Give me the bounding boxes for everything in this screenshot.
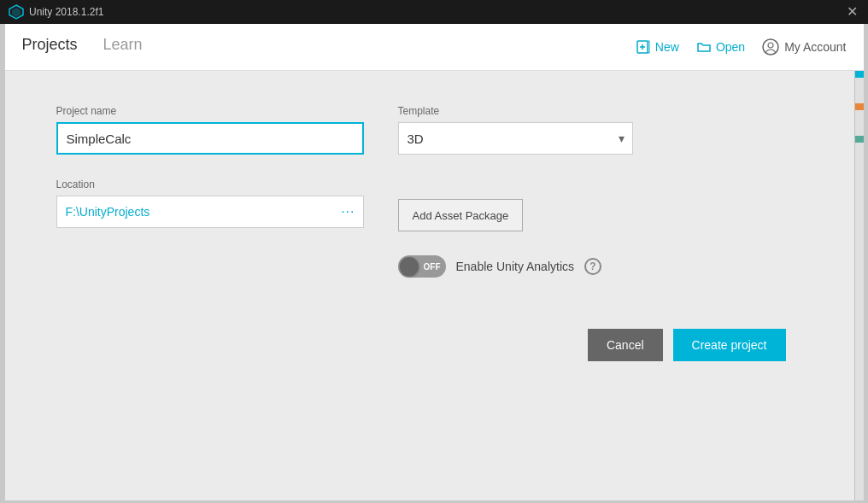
template-select[interactable]: 3D 2D 3D With Extras High-Definition RP … xyxy=(398,122,633,155)
nav-tabs: Projects Learn xyxy=(22,24,143,70)
location-label: Location xyxy=(56,178,364,190)
new-label: New xyxy=(655,40,679,54)
unity-logo-icon xyxy=(9,4,24,20)
toggle-knob xyxy=(400,257,419,276)
panel-strip-gap1 xyxy=(855,78,864,103)
browse-dots-button[interactable]: ··· xyxy=(341,204,355,219)
project-name-input[interactable] xyxy=(56,122,364,155)
location-input-wrapper: ··· xyxy=(56,196,364,228)
nav-actions: New Open My Account xyxy=(636,38,847,56)
open-label: Open xyxy=(716,40,745,54)
cancel-button[interactable]: Cancel xyxy=(588,329,663,361)
tab-learn[interactable]: Learn xyxy=(103,24,143,70)
tab-projects[interactable]: Projects xyxy=(22,24,78,70)
my-account-button[interactable]: My Account xyxy=(762,38,846,56)
project-name-group: Project name xyxy=(56,105,364,155)
title-bar: Unity 2018.1.2f1 ✕ xyxy=(0,0,868,24)
template-group: Template 3D 2D 3D With Extras High-Defin… xyxy=(398,105,633,155)
my-account-label: My Account xyxy=(784,40,846,54)
form-row-1: Project name Template 3D 2D 3D With Extr… xyxy=(56,105,803,155)
panel-strip-green xyxy=(855,136,864,143)
panel-strip-cyan xyxy=(855,71,864,78)
create-project-button[interactable]: Create project xyxy=(673,329,786,361)
toggle-off-label: OFF xyxy=(424,262,441,272)
layout-body: Project name Template 3D 2D 3D With Extr… xyxy=(5,71,864,500)
project-name-label: Project name xyxy=(56,105,364,117)
panel-strip-orange xyxy=(855,103,864,110)
main-window: Projects Learn New Open xyxy=(5,24,864,500)
account-icon xyxy=(762,38,779,56)
window-title: Unity 2018.1.2f1 xyxy=(29,6,103,18)
template-select-wrapper: 3D 2D 3D With Extras High-Definition RP … xyxy=(398,122,633,155)
content-area: Project name Template 3D 2D 3D With Extr… xyxy=(5,71,854,500)
location-input[interactable] xyxy=(56,196,364,228)
panel-strip-gap2 xyxy=(855,110,864,136)
svg-marker-1 xyxy=(12,8,21,17)
location-group: Location ··· xyxy=(56,178,364,231)
analytics-row: OFF Enable Unity Analytics ? xyxy=(398,255,803,278)
new-icon xyxy=(636,39,651,55)
footer-buttons: Cancel Create project xyxy=(56,329,803,361)
analytics-label: Enable Unity Analytics xyxy=(456,260,575,273)
right-panel-items xyxy=(855,71,864,143)
add-asset-group: Add Asset Package xyxy=(398,178,524,231)
open-button[interactable]: Open xyxy=(696,39,745,55)
open-icon xyxy=(696,39,712,55)
help-icon[interactable]: ? xyxy=(584,258,601,275)
template-label: Template xyxy=(398,105,633,117)
title-bar-left: Unity 2018.1.2f1 xyxy=(9,4,103,20)
nav-bar: Projects Learn New Open xyxy=(5,24,864,71)
close-button[interactable]: ✕ xyxy=(845,5,859,19)
svg-point-6 xyxy=(768,43,773,48)
analytics-toggle[interactable]: OFF xyxy=(398,255,446,278)
add-asset-package-button[interactable]: Add Asset Package xyxy=(398,199,524,231)
form-row-2: Location ··· Add Asset Package xyxy=(56,178,803,231)
new-button[interactable]: New xyxy=(636,39,679,55)
right-panel xyxy=(854,71,864,500)
